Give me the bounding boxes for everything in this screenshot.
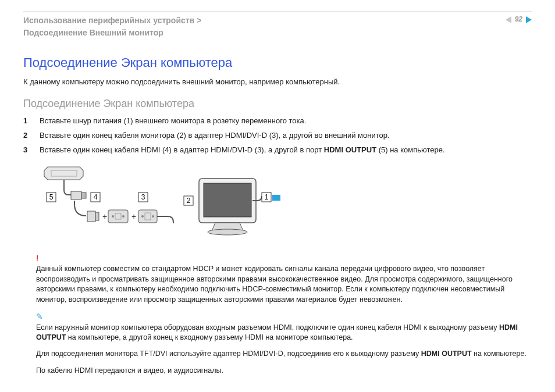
step-text: Вставьте один конец кабеля монитора (2) … (40, 130, 390, 141)
svg-text:3: 3 (141, 193, 145, 201)
step-1: 1 Вставьте шнур питания (1) внешнего мон… (23, 116, 532, 127)
page-title: Подсоединение Экран компьютера (23, 54, 532, 72)
diagram-label-1: 1 (262, 193, 271, 202)
svg-text:1: 1 (265, 193, 269, 201)
svg-text:5: 5 (49, 193, 54, 201)
monitor-icon (199, 179, 256, 235)
prev-page-icon[interactable] (506, 16, 511, 23)
next-page-icon[interactable] (526, 16, 532, 23)
step-number: 2 (23, 130, 31, 141)
step-text: Вставьте один конец кабеля HDMI (4) в ад… (40, 145, 445, 156)
svg-rect-21 (204, 183, 251, 217)
svg-rect-7 (87, 211, 95, 222)
step-number: 3 (23, 145, 31, 156)
connection-diagram: 5 4 + 3 + 2 (36, 162, 280, 244)
cable-segment (157, 216, 173, 223)
hdmi-plug-icon (71, 191, 86, 199)
plus-icon: + (102, 212, 107, 221)
step-number: 1 (23, 116, 31, 127)
top-rule (23, 12, 532, 12)
svg-point-10 (112, 215, 114, 218)
arrow-right-icon (272, 191, 280, 204)
diagram-label-4: 4 (91, 193, 100, 202)
page-number: 92 (515, 15, 522, 24)
diagram-label-5: 5 (47, 193, 56, 202)
breadcrumb-line1: Использование периферийных устройств > (23, 15, 201, 27)
diagram-label-3: 3 (138, 193, 148, 202)
note-1: Если наружный монитор компьютера оборудо… (36, 323, 532, 343)
svg-rect-15 (138, 210, 157, 223)
svg-point-16 (141, 215, 144, 218)
note-3: По кабелю HDMI передаются и видео, и ауд… (36, 366, 532, 376)
svg-rect-8 (95, 212, 99, 220)
section-subtitle: Подсоединение Экран компьютера (23, 96, 532, 111)
adapter-icon (108, 210, 128, 223)
dvi-connector-icon (138, 210, 157, 223)
steps-list: 1 Вставьте шнур питания (1) внешнего мон… (23, 116, 532, 156)
warning-icon: ! (36, 253, 532, 264)
cable-segment (74, 201, 86, 216)
step-2: 2 Вставьте один конец кабеля монитора (2… (23, 130, 532, 141)
cable-segment (64, 180, 71, 195)
step-3: 3 Вставьте один конец кабеля HDMI (4) в … (23, 145, 532, 156)
breadcrumb: Использование периферийных устройств > П… (23, 15, 201, 39)
note-icon: ✎ (36, 311, 532, 322)
svg-text:2: 2 (187, 197, 191, 205)
intro-text: К данному компьютеру можно подсоединить … (23, 77, 532, 88)
plus-icon: + (131, 212, 136, 221)
svg-rect-4 (81, 193, 86, 198)
warning-text: Данный компьютер совместим со стандартом… (36, 264, 532, 305)
svg-rect-25 (272, 195, 280, 201)
breadcrumb-line2: Подсоединение Внешний монитор (23, 27, 201, 39)
svg-point-11 (122, 215, 124, 218)
svg-point-17 (152, 215, 154, 218)
hdmi-port-icon (44, 167, 83, 180)
diagram-label-2: 2 (184, 196, 193, 205)
adapter-connector-icon (87, 211, 99, 222)
step-text: Вставьте шнур питания (1) внешнего монит… (40, 116, 306, 127)
page-header: Использование периферийных устройств > П… (23, 15, 532, 39)
svg-text:4: 4 (94, 193, 98, 201)
svg-point-22 (208, 229, 247, 235)
svg-rect-3 (71, 191, 81, 199)
page-nav: 92 (506, 15, 532, 24)
note-2: Для подсоединения монитора TFT/DVI испол… (36, 349, 532, 359)
svg-rect-9 (108, 210, 128, 223)
